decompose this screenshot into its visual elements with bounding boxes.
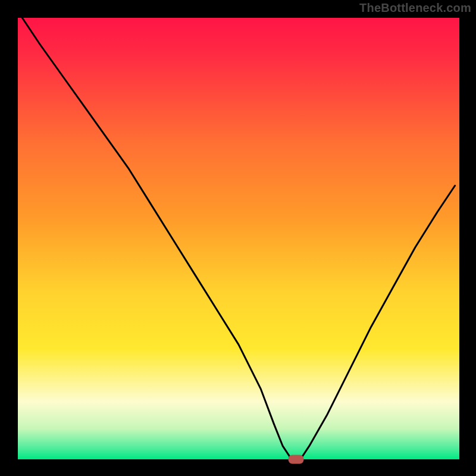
bottleneck-chart: TheBottleneck.com	[0, 0, 476, 476]
chart-svg	[0, 0, 476, 476]
optimal-point-marker	[289, 455, 304, 464]
plot-area	[18, 18, 459, 459]
watermark-text: TheBottleneck.com	[359, 1, 471, 15]
